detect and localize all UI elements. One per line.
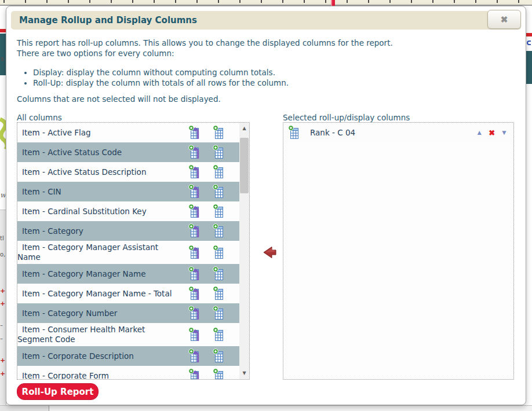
add-display-icon[interactable] (213, 348, 227, 364)
add-display-icon[interactable] (213, 266, 227, 281)
dialog-title: Manage Rollup and Display Columns (19, 15, 197, 25)
add-rollup-icon[interactable] (188, 266, 202, 281)
bullet-display-option: Display: display the column without comp… (33, 67, 289, 78)
add-display-icon[interactable] (213, 368, 227, 380)
move-down-icon[interactable]: ▼ (501, 129, 508, 136)
add-display-icon[interactable] (213, 184, 227, 199)
bullet-rollup-option: Roll-Up: display the column with totals … (33, 78, 289, 88)
rollup-report-button[interactable]: Roll-Up Report (17, 383, 99, 400)
display-column-icon (288, 125, 302, 140)
add-rollup-icon[interactable] (188, 306, 202, 321)
add-rollup-icon[interactable] (188, 348, 202, 364)
add-display-icon[interactable] (213, 204, 227, 219)
close-button[interactable]: ✖ (487, 10, 521, 29)
column-actions (188, 204, 227, 219)
manage-rollup-dialog: Manage Rollup and Display Columns ✖ This… (6, 6, 526, 405)
add-rollup-icon[interactable] (188, 125, 202, 140)
add-rollup-icon[interactable] (188, 223, 202, 238)
add-display-icon[interactable] (213, 164, 227, 179)
column-actions (188, 223, 227, 238)
ruler-ticks (3, 0, 532, 3)
add-display-icon[interactable] (213, 223, 227, 238)
column-actions (188, 266, 227, 281)
background-plus-fragment: + (0, 370, 5, 377)
column-row[interactable]: Item - Category Manager Assistant Name (17, 241, 239, 264)
intro-line-2: There are two options for every column: (17, 48, 393, 58)
add-rollup-icon[interactable] (188, 327, 202, 342)
add-rollup-icon[interactable] (188, 164, 202, 179)
add-display-icon[interactable] (213, 306, 227, 321)
dialog-intro: This report has roll-up columns. This al… (17, 38, 393, 58)
move-up-icon[interactable]: ▲ (476, 129, 483, 136)
add-display-icon[interactable] (213, 125, 227, 140)
remove-icon[interactable]: ✖ (489, 129, 495, 137)
column-label: Item - Active Flag (17, 126, 188, 140)
column-row[interactable]: Item - Active Status Code (17, 142, 239, 162)
selection-note: Columns that are not selected will not b… (17, 94, 221, 104)
column-label: Item - CIN (17, 185, 188, 199)
add-rollup-icon[interactable] (188, 145, 202, 160)
move-left-arrow-icon[interactable] (262, 245, 279, 260)
column-label: Item - Consumer Health Market Segment Co… (17, 323, 188, 346)
scroll-down-icon[interactable]: ▼ (239, 369, 249, 378)
column-label: Item - Corporate Form (17, 369, 188, 380)
background-plus-fragment: + (0, 300, 5, 307)
column-label: Item - Category Manager Assistant Name (17, 241, 188, 264)
add-rollup-icon[interactable] (188, 368, 202, 380)
add-rollup-icon[interactable] (188, 184, 202, 199)
column-actions (188, 327, 227, 342)
all-columns-scrollbar[interactable]: ▲ ▼ (239, 123, 249, 379)
column-row[interactable]: Item - Active Flag (17, 123, 239, 142)
column-row[interactable]: Item - Category (17, 221, 239, 241)
column-actions (188, 286, 227, 301)
column-actions (188, 368, 227, 380)
column-row[interactable]: Item - Corporate Form (17, 366, 239, 380)
close-icon: ✖ (501, 14, 508, 25)
column-label: Item - Category Manager Name (17, 267, 188, 281)
column-row[interactable]: Item - Category Manager Name - Total (17, 284, 239, 303)
background-red-marker (331, 0, 335, 6)
column-actions (188, 125, 227, 140)
column-label: Item - Active Status Code (17, 146, 188, 159)
background-ruler (0, 0, 532, 6)
column-label: Item - Cardinal Substitution Key (17, 205, 188, 218)
all-columns-label: All columns (17, 113, 62, 122)
background-teal-banner-right (526, 51, 532, 84)
column-label: Item - Category (17, 225, 188, 238)
column-actions (188, 306, 227, 321)
add-rollup-icon[interactable] (188, 245, 202, 260)
background-plus-fragment: + (0, 357, 5, 364)
background-text-fragment: – (0, 335, 3, 342)
background-plus-fragment: + (0, 287, 5, 295)
column-row[interactable]: Item - Cardinal Substitution Key (17, 201, 239, 221)
add-display-icon[interactable] (213, 245, 227, 260)
background-bottom-cell (0, 406, 49, 411)
column-actions (188, 184, 227, 199)
column-row[interactable]: Item - CIN (17, 182, 239, 201)
add-display-icon[interactable] (213, 327, 227, 342)
background-text-fragment: w (0, 191, 6, 199)
background-text-fragment: o, (0, 251, 5, 258)
add-rollup-icon[interactable] (188, 204, 202, 219)
add-rollup-icon[interactable] (188, 286, 202, 301)
column-label: Item - Category Manager Name - Total (17, 287, 188, 300)
column-label: Item - Active Status Description (17, 166, 188, 179)
background-bottom-bar (0, 405, 532, 411)
column-row[interactable]: Item - Corporate Description (17, 346, 239, 366)
column-row[interactable]: Item - Category Number (17, 303, 239, 323)
scroll-up-icon[interactable]: ▲ (239, 124, 249, 133)
options-bullet-list: Display: display the column without comp… (33, 67, 289, 88)
column-actions (188, 348, 227, 364)
column-actions (188, 245, 227, 260)
background-blue-mark (527, 41, 531, 45)
column-label: Item - Corporate Description (17, 350, 188, 363)
add-display-icon[interactable] (213, 286, 227, 301)
column-row[interactable]: Item - Category Manager Name (17, 264, 239, 284)
background-text-fragment: – (0, 322, 3, 328)
selected-column-row[interactable]: Rank - C 04 ▲ ✖ ▼ (283, 123, 513, 142)
add-display-icon[interactable] (213, 145, 227, 160)
column-row[interactable]: Item - Active Status Description (17, 162, 239, 182)
column-row[interactable]: Item - Consumer Health Market Segment Co… (17, 323, 239, 346)
background-red-bar-right (526, 33, 532, 36)
scrollbar-thumb[interactable] (240, 138, 249, 193)
